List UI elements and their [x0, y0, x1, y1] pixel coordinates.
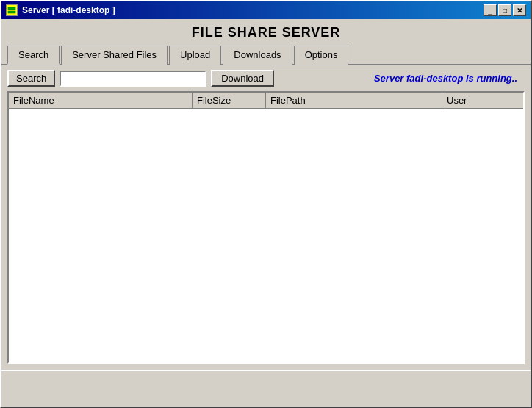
svg-rect-0 [8, 7, 15, 10]
table-header: FileName FileSize FilePath User [9, 93, 523, 109]
tab-server-shared-files[interactable]: Server Shared Files [61, 46, 168, 65]
window-content: FILE SHARE SERVER Search Server Shared F… [1, 19, 531, 370]
tab-upload[interactable]: Upload [169, 46, 221, 65]
title-bar-left: Server [ fadi-desktop ] [6, 4, 115, 16]
download-button[interactable]: Download [211, 70, 274, 87]
tab-downloads[interactable]: Downloads [223, 46, 292, 65]
column-filepath: FilePath [266, 93, 442, 108]
search-bar: Search Download Server fadi-desktop is r… [1, 65, 531, 91]
search-input[interactable] [60, 71, 206, 87]
server-icon [6, 4, 18, 16]
window-title: Server [ fadi-desktop ] [22, 5, 115, 15]
tab-content: Search Download Server fadi-desktop is r… [1, 65, 531, 370]
title-bar: Server [ fadi-desktop ] _ □ ✕ [1, 1, 531, 19]
file-table: FileName FileSize FilePath User [7, 91, 525, 364]
maximize-button[interactable]: □ [498, 4, 511, 16]
minimize-button[interactable]: _ [484, 4, 497, 16]
column-filesize: FileSize [193, 93, 266, 108]
tab-bar: Search Server Shared Files Upload Downlo… [1, 45, 531, 65]
column-user: User [442, 93, 523, 108]
svg-rect-1 [8, 11, 15, 13]
bottom-bar [1, 370, 531, 407]
search-button[interactable]: Search [7, 70, 55, 87]
close-button[interactable]: ✕ [513, 4, 526, 16]
status-text: Server fadi-desktop is running.. [374, 73, 525, 84]
app-title: FILE SHARE SERVER [1, 19, 531, 45]
column-filename: FileName [9, 93, 193, 108]
tab-search[interactable]: Search [7, 46, 60, 65]
tab-options[interactable]: Options [294, 46, 349, 65]
table-body [9, 109, 523, 359]
main-window: Server [ fadi-desktop ] _ □ ✕ FILE SHARE… [0, 0, 532, 408]
title-bar-buttons: _ □ ✕ [484, 4, 526, 16]
